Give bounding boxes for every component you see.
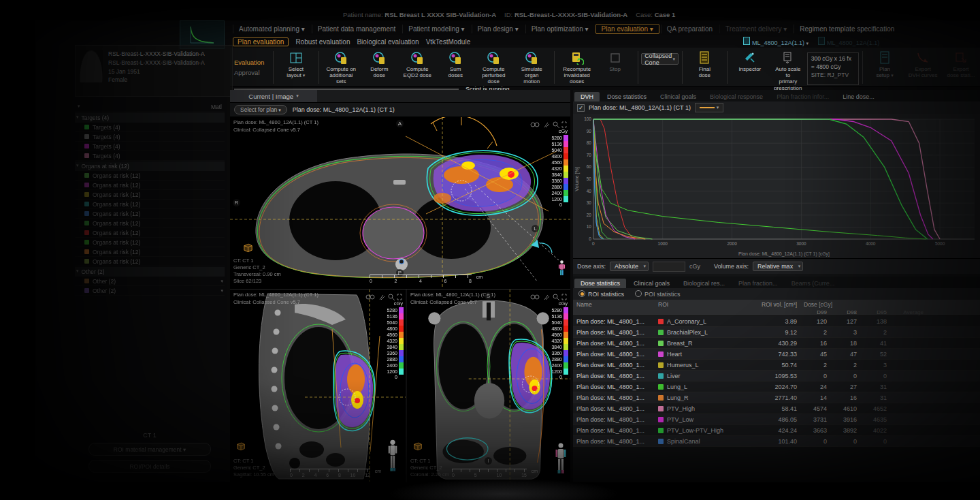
export-dose-statistics-button[interactable]: Exportdose stati... (942, 49, 980, 86)
axial-ct-view[interactable]: Plan dose: ML_4800_12A(1.1) (CT 1) Clini… (230, 117, 570, 290)
roi-statistics-radio[interactable]: ROI statistics (578, 290, 624, 298)
roi-list-item[interactable]: Organs at risk (12) (75, 181, 225, 190)
toolbar-button[interactable]: Computeperturbed dose (474, 49, 512, 86)
roi-color-chip (84, 288, 89, 293)
roi-group-row[interactable]: ▾ Organs at risk (12) (75, 161, 225, 171)
inspector-button[interactable]: Inspector (731, 49, 769, 86)
roi-color-chip (658, 439, 664, 444)
roi-list-item[interactable]: Organs at risk (12) (75, 257, 225, 266)
stats-table-row[interactable]: Plan dose: ML_4800_1... Breast_R 430.29 … (573, 338, 980, 349)
tab-approval[interactable]: Approval (234, 69, 264, 76)
roi-list-item[interactable]: Organs at risk (12) (75, 190, 225, 200)
final-dose-button[interactable]: Finaldose (685, 49, 723, 86)
dvh-chart[interactable]: 0102030405060708090100010002000300040005… (573, 114, 980, 258)
coronal-ct-view[interactable]: Plan dose: ML_4800_12A(1.1) (CT 1) Clini… (407, 290, 570, 482)
stats-table-row[interactable]: Plan dose: ML_4800_1... PTV_Low-PTV_High… (573, 425, 980, 436)
line-style-dropdown[interactable]: ▾ (695, 103, 723, 112)
toolbar-button[interactable]: Compute onadditional sets (322, 49, 360, 86)
menu-item[interactable]: Patient data management (312, 25, 402, 33)
toolbar-button[interactable]: Simulateorgan motion (512, 49, 551, 86)
stats-table-row[interactable]: Plan dose: ML_4800_1... Lung_R 2771.40 1… (573, 392, 980, 403)
menu-item[interactable]: Automated planning ▾ (233, 25, 310, 33)
collapse-icon[interactable]: ▾ (78, 104, 80, 110)
svg-text:Plan dose: ML_4800_12A(1.1) (C: Plan dose: ML_4800_12A(1.1) (CT 1) [cGy] (738, 251, 830, 257)
menu-item[interactable]: Plan optimization ▾ (525, 25, 594, 33)
poi-statistics-radio[interactable]: POI statistics (635, 290, 681, 298)
d95-value: 2 (860, 329, 890, 336)
roi-list-item[interactable]: Organs at risk (12) (75, 171, 225, 181)
dvh-tab[interactable]: Clinical goals (654, 92, 702, 101)
menu-item[interactable]: QA preparation (661, 25, 718, 33)
roi-list-item[interactable]: Targets (4) (75, 151, 225, 161)
dvh-tab[interactable]: Line dose... (836, 92, 881, 101)
roi-list-item[interactable]: Targets (4) (75, 132, 225, 142)
stats-table-row[interactable]: Plan dose: ML_4800_1... Heart 742.33 45 … (573, 349, 980, 360)
toolbar-button[interactable]: ComputeEQD2 dose (398, 49, 436, 86)
roi-name: Breast_R (667, 340, 693, 347)
select-layout-button[interactable]: Selectlayout ▾ (277, 49, 315, 86)
plan-selector[interactable]: ML_4800_12A(1.1) ▾ (743, 37, 808, 46)
roi-list-item[interactable]: Organs at risk (12) (75, 238, 225, 247)
statistics-tab[interactable]: Beams (Curre... (785, 279, 841, 288)
stats-table-row[interactable]: Plan dose: ML_4800_1... A_Coronary_L 3.8… (573, 316, 980, 327)
dose-axis-input[interactable] (653, 262, 685, 272)
d95-value: 52 (860, 351, 890, 358)
dvh-tab[interactable]: Biological response (704, 92, 769, 101)
roi-list-item[interactable]: Organs at risk (12) (75, 219, 225, 228)
roi-group-row[interactable]: ▾ Targets (4) (75, 113, 225, 123)
roi-list-item[interactable]: Targets (4) (75, 142, 225, 151)
roi-list-item[interactable]: Organs at risk (12) (75, 247, 225, 257)
roi-material-management-button[interactable]: ROI material management ▾ (88, 443, 211, 456)
toolbar-button[interactable]: Sumdoses (436, 49, 474, 86)
module-tab[interactable]: Biological evaluation (357, 38, 419, 46)
roi-list-item[interactable]: Organs at risk (12) (75, 209, 225, 219)
statistics-tab[interactable]: Dose statistics (574, 279, 626, 288)
dvh-tab[interactable]: DVH (574, 92, 600, 101)
roi-color-chip (84, 134, 89, 139)
stats-table-row[interactable]: Plan dose: ML_4800_1... BrachialPlex_L 9… (573, 327, 980, 338)
plan-dose-checkbox[interactable]: ✓ (577, 104, 585, 112)
stats-table-row[interactable]: Plan dose: ML_4800_1... SpinalCanal 101.… (573, 436, 980, 447)
roi-list-item[interactable]: Other (2) (75, 286, 225, 296)
stats-table-row[interactable]: Plan dose: ML_4800_1... Lung_L 2024.70 2… (573, 381, 980, 392)
roi-group-row[interactable]: ▾ Other (2) (75, 267, 225, 277)
roi-list-item[interactable]: Organs at risk (12) (75, 200, 225, 209)
statistics-tab[interactable]: Biological res... (677, 279, 731, 288)
stats-table-row[interactable]: Plan dose: ML_4800_1... PTV_Low 486.05 3… (573, 414, 980, 425)
menu-item[interactable]: Plan evaluation ▾ (595, 24, 659, 34)
module-tab[interactable]: Robust evaluation (295, 38, 350, 46)
chevron-down-icon: ▾ (76, 163, 79, 170)
plan-setup-button[interactable]: Plansetup ▾ (866, 49, 904, 86)
roi-list-item[interactable]: Other (2) (75, 277, 225, 286)
stop-button[interactable]: Stop (596, 49, 634, 86)
dvh-tab[interactable]: Plan fraction infor... (770, 92, 835, 101)
auto-scale-button[interactable]: Auto scale toprimary prescription (769, 49, 807, 86)
plan-selector-secondary[interactable]: ML_4800_12A(1.1) (818, 37, 879, 46)
module-tab[interactable]: VtkTestModule (426, 38, 471, 46)
select-for-plan-button[interactable]: Select for plan (234, 105, 287, 114)
statistics-tab[interactable]: Clinical goals (627, 279, 676, 288)
roi-list-item[interactable]: Targets (4) (75, 123, 225, 132)
menu-item[interactable]: Patient modeling ▾ (402, 25, 470, 33)
menu-item[interactable]: Plan design ▾ (472, 25, 524, 33)
export-dvh-curves-button[interactable]: ExportDVH curves (904, 49, 942, 86)
roi-list-item[interactable]: Organs at risk (12) (75, 228, 225, 238)
tab-evaluation[interactable]: Evaluation (234, 59, 264, 66)
line-style-swatch (700, 107, 715, 108)
recompute-invalidated-doses-button[interactable]: Recomputeinvalidated doses (558, 49, 596, 86)
dose-engine-dropdown[interactable]: Collapsed Cone▾ (641, 53, 679, 65)
dvh-tab[interactable]: Dose statistics (601, 92, 653, 101)
roi-poi-details-button[interactable]: ROI/POI details (88, 460, 211, 473)
stats-table-row[interactable]: Plan dose: ML_4800_1... Humerus_L 50.74 … (573, 360, 980, 371)
volume-axis-select[interactable]: Relative max (753, 262, 803, 271)
toolbar-button[interactable]: Deformdose (360, 49, 398, 86)
module-tab[interactable]: Plan evaluation (233, 37, 289, 46)
sagittal-ct-view[interactable]: Plan dose: ML_4800_12A(1.1) (CT 1) Clini… (230, 290, 406, 482)
stats-table-row[interactable]: Plan dose: ML_4800_1... Liver 1095.53 0 … (573, 371, 980, 381)
menu-item[interactable]: Regimen template specification (794, 25, 900, 33)
dose-axis-select[interactable]: Absolute (610, 262, 649, 271)
tab-current-image[interactable]: Current | Image (230, 90, 317, 102)
statistics-tab[interactable]: Plan fraction... (732, 279, 784, 288)
stats-table-row[interactable]: Plan dose: ML_4800_1... PTV_High 58.41 4… (573, 403, 980, 414)
menu-item[interactable]: Treatment delivery ▾ (719, 25, 792, 33)
